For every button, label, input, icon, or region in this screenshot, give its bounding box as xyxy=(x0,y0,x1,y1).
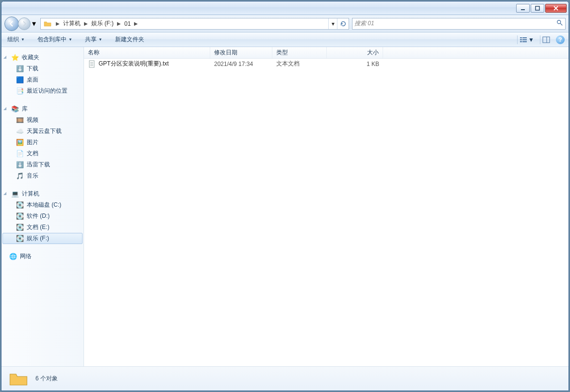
view-options-button[interactable]: ▼ xyxy=(517,35,536,44)
search-placeholder: 搜索 01 xyxy=(354,19,374,28)
breadcrumb-folder[interactable]: 01 xyxy=(122,18,133,29)
nav-item-label: 娱乐 (F:) xyxy=(27,234,49,243)
forward-button[interactable] xyxy=(18,17,31,30)
nav-buttons: ▾ xyxy=(4,16,37,31)
nav-item-label: 软件 (D:) xyxy=(27,212,50,220)
navigation-pane[interactable]: ⭐ 收藏夹 ⬇️下载🟦桌面📑最近访问的位置 📚 库 🎞️视频☁️天翼云盘下载🖼️… xyxy=(1,47,84,366)
nav-item[interactable]: 📑最近访问的位置 xyxy=(2,85,83,97)
explorer-window: ▾ ▶ 计算机 ▶ 娱乐 (F:) ▶ 01 ▶ ▾ 搜索 01 xyxy=(1,1,569,391)
nav-item[interactable]: 💽本地磁盘 (C:) xyxy=(2,199,83,211)
chevron-right-icon[interactable]: ▶ xyxy=(133,21,139,26)
nav-favorites-group: ⭐ 收藏夹 ⬇️下载🟦桌面📑最近访问的位置 xyxy=(2,52,83,97)
nav-network-header[interactable]: 🌐 网络 xyxy=(2,251,83,262)
body: ⭐ 收藏夹 ⬇️下载🟦桌面📑最近访问的位置 📚 库 🎞️视频☁️天翼云盘下载🖼️… xyxy=(1,47,569,366)
search-icon xyxy=(556,19,563,28)
svg-rect-6 xyxy=(520,39,522,40)
computer-icon: 💻 xyxy=(11,190,19,198)
nav-item-label: 本地磁盘 (C:) xyxy=(27,201,61,209)
nav-item[interactable]: 🎞️视频 xyxy=(2,114,83,126)
column-date[interactable]: 修改日期 xyxy=(210,47,272,58)
libraries-item-icon: 🎵 xyxy=(16,172,24,180)
nav-history-dropdown[interactable]: ▾ xyxy=(31,17,37,31)
svg-rect-8 xyxy=(520,41,522,42)
column-type[interactable]: 类型 xyxy=(272,47,327,58)
file-list[interactable]: GPT分区安装说明(重要).txt2021/4/9 17:34文本文档1 KB xyxy=(84,59,569,366)
refresh-button[interactable] xyxy=(337,18,349,29)
svg-rect-10 xyxy=(543,37,550,43)
svg-rect-0 xyxy=(521,9,525,10)
computer-item-icon: 💽 xyxy=(16,212,24,220)
nav-item-label: 天翼云盘下载 xyxy=(27,127,62,135)
help-button[interactable]: ? xyxy=(556,35,565,44)
computer-item-icon: 💽 xyxy=(16,224,24,231)
file-row[interactable]: GPT分区安装说明(重要).txt2021/4/9 17:34文本文档1 KB xyxy=(84,59,569,69)
minimize-button[interactable] xyxy=(516,4,530,13)
back-button[interactable] xyxy=(4,16,19,31)
breadcrumb-computer[interactable]: 计算机 xyxy=(61,18,83,29)
libraries-item-icon: 🎞️ xyxy=(16,116,24,124)
titlebar xyxy=(1,1,569,15)
nav-item[interactable]: 🖼️图片 xyxy=(2,137,83,148)
maximize-button[interactable] xyxy=(531,4,544,13)
close-button[interactable] xyxy=(545,4,567,13)
breadcrumb-drive[interactable]: 娱乐 (F:) xyxy=(89,18,116,29)
organize-menu[interactable]: 组织▼ xyxy=(5,34,27,45)
libraries-item-icon: 🖼️ xyxy=(16,139,24,147)
computer-item-icon: 💽 xyxy=(16,201,24,209)
toolbar: 组织▼ 包含到库中▼ 共享▼ 新建文件夹 ▼ ? xyxy=(1,33,569,47)
file-pane: 名称 修改日期 类型 大小 GPT分区安装说明(重要).txt2021/4/9 … xyxy=(84,47,569,366)
folder-icon xyxy=(8,369,29,389)
libraries-item-icon: ⬇️ xyxy=(16,161,24,169)
svg-rect-7 xyxy=(522,39,527,40)
nav-item-label: 文档 xyxy=(27,149,38,158)
nav-item[interactable]: ⬇️下载 xyxy=(2,63,83,74)
svg-rect-9 xyxy=(522,41,527,42)
computer-item-icon: 💽 xyxy=(16,235,24,243)
nav-item[interactable]: ⬇️迅雷下载 xyxy=(2,159,83,170)
nav-favorites-header[interactable]: ⭐ 收藏夹 xyxy=(2,52,83,63)
libraries-item-icon: 📄 xyxy=(16,150,24,158)
file-date: 2021/4/9 17:34 xyxy=(210,61,272,67)
network-icon: 🌐 xyxy=(9,253,17,261)
nav-item[interactable]: 💽软件 (D:) xyxy=(2,211,83,222)
star-icon: ⭐ xyxy=(11,54,19,62)
nav-item[interactable]: 💽娱乐 (F:) xyxy=(2,233,83,244)
nav-item[interactable]: 💽文档 (E:) xyxy=(2,222,83,233)
svg-line-3 xyxy=(560,23,562,25)
nav-item[interactable]: 🟦桌面 xyxy=(2,74,83,85)
chevron-right-icon[interactable]: ▶ xyxy=(116,21,122,26)
address-bar[interactable]: ▶ 计算机 ▶ 娱乐 (F:) ▶ 01 ▶ ▾ xyxy=(40,18,349,30)
new-folder-button[interactable]: 新建文件夹 xyxy=(113,34,146,45)
nav-item-label: 视频 xyxy=(27,116,38,124)
nav-libraries-header[interactable]: 📚 库 xyxy=(2,103,83,114)
nav-item[interactable]: 📄文档 xyxy=(2,148,83,159)
share-menu[interactable]: 共享▼ xyxy=(83,34,104,45)
chevron-right-icon[interactable]: ▶ xyxy=(83,21,89,26)
nav-item-label: 最近访问的位置 xyxy=(27,87,67,95)
folder-icon xyxy=(43,19,52,29)
address-dropdown[interactable]: ▾ xyxy=(328,18,337,29)
nav-computer-header[interactable]: 💻 计算机 xyxy=(2,188,83,199)
column-headers: 名称 修改日期 类型 大小 xyxy=(84,47,569,59)
window-buttons xyxy=(516,4,567,13)
svg-rect-5 xyxy=(522,37,527,38)
svg-point-2 xyxy=(557,20,561,24)
chevron-right-icon[interactable]: ▶ xyxy=(54,21,61,26)
file-size: 1 KB xyxy=(327,61,383,67)
column-size[interactable]: 大小 xyxy=(327,47,383,58)
favorites-item-icon: 🟦 xyxy=(16,76,24,84)
preview-pane-button[interactable] xyxy=(540,35,552,44)
search-input[interactable]: 搜索 01 xyxy=(352,18,566,30)
nav-item-label: 迅雷下载 xyxy=(27,161,50,169)
library-icon: 📚 xyxy=(11,105,19,113)
nav-network-group: 🌐 网络 xyxy=(2,251,83,262)
nav-item[interactable]: 🎵音乐 xyxy=(2,170,83,181)
include-in-library-menu[interactable]: 包含到库中▼ xyxy=(35,34,74,45)
nav-item-label: 文档 (E:) xyxy=(27,223,50,231)
nav-libraries-group: 📚 库 🎞️视频☁️天翼云盘下载🖼️图片📄文档⬇️迅雷下载🎵音乐 xyxy=(2,103,83,181)
nav-item-label: 音乐 xyxy=(27,172,38,180)
nav-item-label: 下载 xyxy=(27,65,38,73)
nav-item[interactable]: ☁️天翼云盘下载 xyxy=(2,126,83,137)
column-name[interactable]: 名称 xyxy=(84,47,210,58)
nav-computer-group: 💻 计算机 💽本地磁盘 (C:)💽软件 (D:)💽文档 (E:)💽娱乐 (F:) xyxy=(2,188,83,244)
